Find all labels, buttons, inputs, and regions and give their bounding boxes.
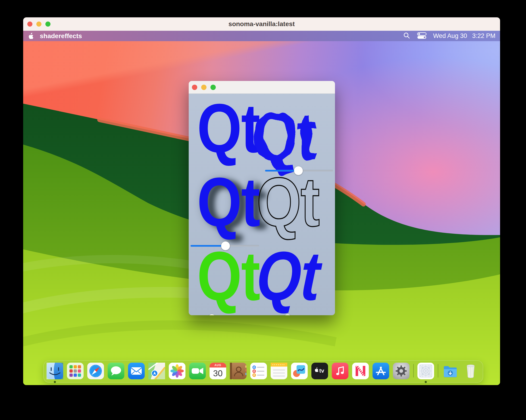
colorize-slider[interactable] (191, 314, 259, 315)
menu-bar: shadereffects Wed Aug 30 3:22 PM (23, 31, 500, 41)
slider-knob[interactable] (283, 314, 292, 315)
qt-text-plain: Qt (197, 94, 260, 163)
app-window-controls (192, 81, 216, 94)
qt-text-dropshadow: Qt (197, 167, 260, 237)
notes-icon (271, 363, 287, 379)
freeform-icon (291, 363, 308, 379)
reminders-icon (250, 363, 267, 379)
dock-item-freeform[interactable] (291, 363, 308, 379)
dock-item-reminders[interactable] (250, 363, 267, 379)
dock-item-launchpad[interactable] (67, 363, 84, 379)
launchpad-icon (67, 363, 84, 379)
dock-item-shadereffects-app[interactable] (417, 363, 434, 379)
mail-icon (128, 363, 145, 379)
slider-fill (191, 245, 225, 247)
dock-item-contacts[interactable] (230, 363, 247, 379)
control-center-icon[interactable] (417, 32, 427, 40)
dock-item-calendar[interactable]: AUG 30 (210, 363, 226, 379)
qt-text-wobble: Qt (252, 94, 335, 168)
music-icon (332, 363, 348, 379)
wobble-slider[interactable] (265, 166, 333, 175)
dock-item-maps[interactable] (148, 363, 165, 379)
app-close-button[interactable] (192, 85, 197, 90)
menu-bar-date[interactable]: Wed Aug 30 (433, 32, 467, 39)
running-indicator (54, 381, 56, 383)
qt-text-outline: Qt (256, 167, 319, 237)
calendar-month: AUG (214, 363, 221, 367)
app-titlebar[interactable] (189, 81, 335, 94)
messages-icon (108, 363, 124, 379)
window-controls (27, 17, 51, 31)
vm-window-title: sonoma-vanilla:latest (23, 20, 500, 28)
slider-knob[interactable] (221, 242, 230, 250)
qt-text-colorize: Qt (197, 241, 260, 311)
dock-item-music[interactable] (332, 363, 348, 379)
search-icon[interactable] (403, 32, 410, 40)
contacts-icon (230, 363, 247, 379)
safari-icon (87, 363, 104, 379)
news-icon (352, 363, 369, 379)
dock-item-apple-tv[interactable]: tv (311, 363, 328, 379)
shadereffects-window: Qt Qt Qt Qt Qt Qt (189, 81, 335, 315)
dock-item-facetime[interactable] (189, 363, 206, 379)
dock-item-mail[interactable] (128, 363, 145, 379)
app-store-icon (373, 363, 389, 379)
vm-window: sonoma-vanilla:latest shadereffects (23, 17, 500, 385)
dock: AUG 30 (43, 360, 483, 383)
generic-app-icon (417, 363, 434, 379)
close-button[interactable] (27, 21, 32, 27)
finder-icon (47, 363, 63, 379)
menu-bar-clock[interactable]: 3:22 PM (472, 32, 496, 39)
active-app-name[interactable]: shadereffects (40, 32, 82, 40)
calendar-day: 30 (213, 369, 223, 378)
dock-item-notes[interactable] (271, 363, 287, 379)
app-zoom-button[interactable] (211, 85, 216, 90)
app-content: Qt Qt Qt Qt Qt Qt (189, 94, 335, 315)
shadow-slider[interactable] (191, 242, 259, 250)
system-settings-icon (393, 363, 410, 379)
apple-logo-icon (28, 33, 34, 39)
zoom-button[interactable] (45, 21, 51, 27)
vm-titlebar[interactable]: sonoma-vanilla:latest (23, 17, 500, 31)
dock-item-trash[interactable] (462, 363, 479, 379)
dock-item-finder[interactable] (47, 363, 63, 379)
maps-icon (148, 363, 165, 379)
dock-divider (413, 364, 414, 377)
dock-item-app-store[interactable] (373, 363, 389, 379)
slider-fill (265, 170, 298, 172)
minimize-button[interactable] (36, 21, 41, 27)
slider-knob[interactable] (294, 166, 303, 175)
svg-text:tv: tv (319, 368, 324, 374)
dock-item-photos[interactable] (169, 363, 185, 379)
dock-item-system-settings[interactable] (393, 363, 410, 379)
running-indicator (425, 381, 427, 383)
photos-icon (169, 363, 185, 379)
dock-item-messages[interactable] (108, 363, 124, 379)
apple-tv-icon: tv (311, 363, 328, 379)
app-minimize-button[interactable] (201, 85, 206, 90)
dock-divider (438, 364, 438, 377)
dock-item-safari[interactable] (87, 363, 104, 379)
qt-text-shear: Qt (255, 241, 321, 311)
facetime-icon (189, 363, 206, 379)
apple-menu[interactable] (28, 33, 34, 39)
dock-item-downloads[interactable] (442, 363, 459, 379)
shear-slider[interactable] (265, 314, 333, 315)
slider-knob[interactable] (207, 314, 216, 315)
downloads-folder-icon (442, 363, 459, 379)
desktop-wallpaper: Qt Qt Qt Qt Qt Qt (23, 41, 500, 385)
dock-item-news[interactable] (352, 363, 369, 379)
trash-icon (462, 363, 479, 379)
